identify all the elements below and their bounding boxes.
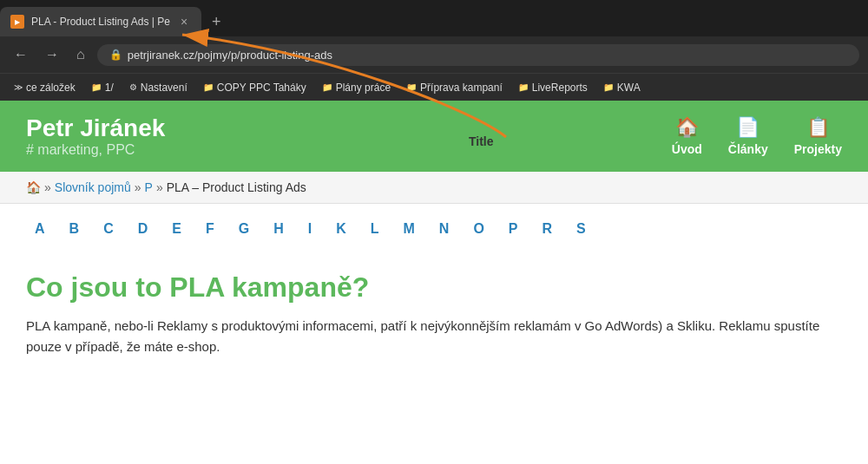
folder-icon-6: 📁 bbox=[603, 82, 614, 92]
alpha-E[interactable]: E bbox=[163, 218, 190, 240]
alpha-G[interactable]: G bbox=[230, 218, 258, 240]
alpha-C[interactable]: C bbox=[95, 218, 122, 240]
bookmark-label: COPY PPC Taháky bbox=[217, 82, 306, 94]
alpha-R[interactable]: R bbox=[534, 218, 562, 240]
breadcrumb-sep-2: » bbox=[135, 180, 141, 194]
bookmark-copy-ppc[interactable]: 📁 COPY PPC Taháky bbox=[196, 79, 313, 96]
bookmark-label: ce záložek bbox=[26, 82, 76, 94]
nav-projekty-label: Projekty bbox=[794, 142, 842, 156]
folder-icon: 📁 bbox=[91, 82, 102, 92]
alpha-M[interactable]: M bbox=[395, 218, 424, 240]
folder-icon-4: 📁 bbox=[406, 82, 417, 92]
alpha-O[interactable]: O bbox=[464, 218, 492, 240]
lock-icon: 🔒 bbox=[109, 49, 122, 61]
nav-clanky-label: Články bbox=[728, 142, 768, 156]
articles-icon: 📄 bbox=[736, 116, 760, 139]
site-navigation: 🏠 Úvod 📄 Články 📋 Projekty bbox=[672, 116, 842, 156]
bookmark-label: Příprava kampaní bbox=[420, 82, 503, 94]
gear-icon: ⚙ bbox=[129, 82, 137, 92]
back-button[interactable]: ← bbox=[9, 43, 33, 66]
nav-uvod-label: Úvod bbox=[672, 142, 702, 156]
tab-favicon bbox=[10, 15, 24, 29]
bookmark-plany-prace[interactable]: 📁 Plány práce bbox=[315, 79, 398, 96]
bookmark-kwa[interactable]: 📁 KWA bbox=[596, 79, 648, 96]
folder-icon-2: 📁 bbox=[203, 82, 214, 92]
bookmark-label: Nastavení bbox=[141, 82, 187, 94]
address-bar[interactable]: 🔒 petrjiranek.cz/pojmy/p/product-listing… bbox=[97, 44, 859, 66]
breadcrumb-home[interactable]: 🏠 bbox=[26, 180, 41, 194]
alpha-B[interactable]: B bbox=[61, 218, 89, 240]
alpha-L[interactable]: L bbox=[362, 218, 388, 240]
breadcrumb: 🏠 » Slovník pojmů » P » PLA – Product Li… bbox=[0, 172, 868, 204]
title-annotation: Title bbox=[469, 134, 494, 148]
bookmark-priprava[interactable]: 📁 Příprava kampaní bbox=[399, 79, 510, 96]
breadcrumb-current: PLA – Product Listing Ads bbox=[167, 180, 306, 194]
bookmark-label: KWA bbox=[617, 82, 641, 94]
alpha-S[interactable]: S bbox=[568, 218, 595, 240]
address-text: petrjiranek.cz/pojmy/p/product-listing-a… bbox=[128, 49, 332, 62]
site-tagline: # marketing, PPC bbox=[26, 142, 165, 158]
bookmark-livereports[interactable]: 📁 LiveReports bbox=[511, 79, 595, 96]
bookmark-icon: ≫ bbox=[14, 82, 23, 92]
alpha-H[interactable]: H bbox=[265, 218, 293, 240]
tab-close-button[interactable]: × bbox=[177, 13, 191, 30]
site-name: Petr Jiránek bbox=[26, 114, 165, 142]
alphabet-navigation: A B C D E F G H I K L M N O P R S bbox=[0, 204, 868, 254]
breadcrumb-sep-1: » bbox=[44, 180, 51, 194]
bookmark-nastaveni[interactable]: ⚙ Nastavení bbox=[122, 79, 194, 96]
alpha-K[interactable]: K bbox=[327, 218, 355, 240]
alpha-A[interactable]: A bbox=[26, 218, 54, 240]
alpha-I[interactable]: I bbox=[299, 218, 320, 240]
bookmark-ce-zalozek[interactable]: ≫ ce záložek bbox=[7, 79, 82, 96]
active-tab[interactable]: PLA - Product Listing Ads | Pe × bbox=[0, 7, 201, 36]
website-content: Petr Jiránek # marketing, PPC 🏠 Úvod 📄 Č… bbox=[0, 101, 868, 375]
alpha-D[interactable]: D bbox=[129, 218, 157, 240]
projects-icon: 📋 bbox=[806, 116, 830, 139]
home-icon: 🏠 bbox=[675, 116, 699, 139]
main-content: Co jsou to PLA kampaně? PLA kampaně, neb… bbox=[0, 254, 868, 375]
folder-icon-3: 📁 bbox=[322, 82, 332, 92]
nav-uvod[interactable]: 🏠 Úvod bbox=[672, 116, 702, 156]
browser-chrome: PLA - Product Listing Ads | Pe × + ← → ⌂… bbox=[0, 0, 868, 101]
bookmark-label: 1/ bbox=[105, 82, 114, 94]
article-intro: PLA kampaně, nebo-li Reklamy s produktov… bbox=[26, 316, 842, 357]
alpha-P[interactable]: P bbox=[500, 218, 527, 240]
bookmark-1[interactable]: 📁 1/ bbox=[84, 79, 121, 96]
alpha-N[interactable]: N bbox=[431, 218, 458, 240]
bookmarks-bar: ≫ ce záložek 📁 1/ ⚙ Nastavení 📁 COPY PPC… bbox=[0, 73, 868, 101]
bookmark-label: LiveReports bbox=[532, 82, 588, 94]
tab-title: PLA - Product Listing Ads | Pe bbox=[31, 16, 170, 28]
breadcrumb-slovnik[interactable]: Slovník pojmů bbox=[55, 180, 131, 194]
article-title: Co jsou to PLA kampaně? bbox=[26, 271, 842, 304]
new-tab-button[interactable]: + bbox=[201, 7, 232, 36]
home-button[interactable]: ⌂ bbox=[71, 43, 90, 66]
forward-button[interactable]: → bbox=[40, 43, 64, 66]
site-header: Petr Jiránek # marketing, PPC 🏠 Úvod 📄 Č… bbox=[0, 101, 868, 172]
site-logo: Petr Jiránek # marketing, PPC bbox=[26, 114, 165, 158]
tab-bar: PLA - Product Listing Ads | Pe × + bbox=[0, 0, 868, 36]
nav-projekty[interactable]: 📋 Projekty bbox=[794, 116, 842, 156]
breadcrumb-sep-3: » bbox=[156, 180, 163, 194]
nav-clanky[interactable]: 📄 Články bbox=[728, 116, 768, 156]
navigation-bar: ← → ⌂ 🔒 petrjiranek.cz/pojmy/p/product-l… bbox=[0, 36, 868, 73]
alpha-F[interactable]: F bbox=[197, 218, 223, 240]
breadcrumb-p[interactable]: P bbox=[145, 180, 153, 194]
folder-icon-5: 📁 bbox=[518, 82, 529, 92]
bookmark-label: Plány práce bbox=[336, 82, 391, 94]
